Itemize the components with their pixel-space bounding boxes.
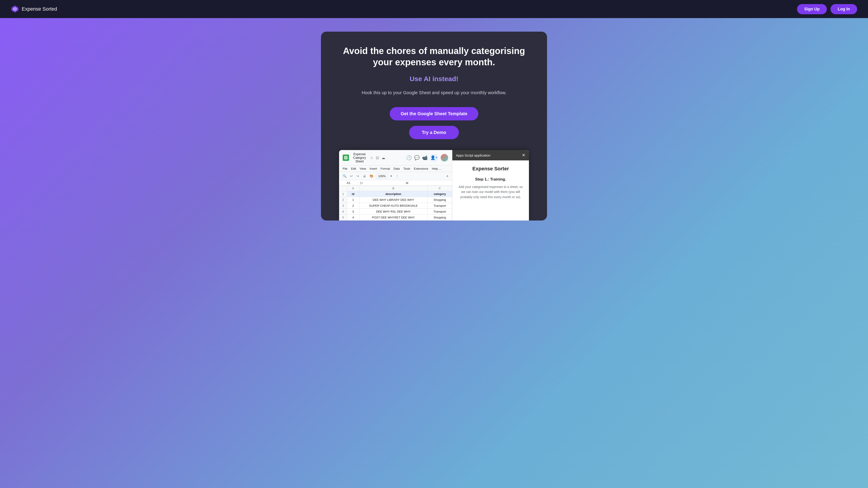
table-row: 1 id description category xyxy=(339,191,452,197)
cell-a1[interactable]: id xyxy=(347,191,359,197)
cell-c2[interactable]: Shopping xyxy=(428,197,452,203)
panel-body: Expense Sorter Step 1.: Training. Add yo… xyxy=(452,160,529,205)
sidebar-panel: Apps Script application ✕ Expense Sorter… xyxy=(452,150,529,221)
cell-reference[interactable]: A1 xyxy=(342,181,355,185)
menu-view[interactable]: View xyxy=(360,167,366,170)
row-num-3: 3 xyxy=(339,203,347,209)
cloud-icon: ☁ xyxy=(381,156,385,160)
brand-name: Expense Sorted xyxy=(22,6,57,12)
col-header-a[interactable]: A xyxy=(347,186,359,191)
formula-row: A1 | ƒx id xyxy=(339,180,452,186)
spreadsheet-table: A B C 1 id description category xyxy=(339,186,452,221)
sheet-right-icons: 🕐 💬 📹 👤+ xyxy=(406,154,448,162)
panel-app-title: Expense Sorter xyxy=(457,166,524,172)
toolbar-row: 🔍 ↩ ↪ 🖨 🎨 100% ▾ ⋮ ∧ xyxy=(339,172,452,180)
menu-bar: File Edit View Insert Format Data Tools … xyxy=(339,166,452,172)
menu-extensions[interactable]: Extensions xyxy=(414,167,428,170)
cell-a3[interactable]: 2 xyxy=(347,203,359,209)
cell-b1[interactable]: description xyxy=(359,191,428,197)
panel-close-button[interactable]: ✕ xyxy=(522,153,525,158)
zoom-level[interactable]: 100% xyxy=(376,174,388,178)
panel-header: Apps Script application ✕ xyxy=(452,150,529,160)
search-toolbar-icon[interactable]: 🔍 xyxy=(342,173,347,179)
menu-help[interactable]: Help ... xyxy=(432,167,441,170)
login-button[interactable]: Log In xyxy=(831,4,857,14)
cell-b2[interactable]: DEE WHY LIBRARY DEE WHY xyxy=(359,197,428,203)
cell-b4[interactable]: DEE WHY RSL DEE WHY xyxy=(359,209,428,215)
sheet-title: Expense Category Sheet xyxy=(352,152,367,163)
cell-c1[interactable]: category xyxy=(428,191,452,197)
menu-format[interactable]: Format xyxy=(381,167,390,170)
comment-icon: 💬 xyxy=(414,155,420,160)
cell-a4[interactable]: 3 xyxy=(347,209,359,215)
main-content: Avoid the chores of manually categorisin… xyxy=(0,18,868,230)
table-row: 5 4 POST DEE WHYRET DEE WHY Shopping xyxy=(339,215,452,221)
svg-rect-4 xyxy=(345,158,347,158)
brand-logo-icon xyxy=(11,5,19,13)
get-template-button[interactable]: Get the Google Sheet Template xyxy=(390,107,478,121)
menu-edit[interactable]: Edit xyxy=(351,167,356,170)
try-demo-button[interactable]: Try a Demo xyxy=(409,126,459,139)
hero-description: Hook this up to your Google Sheet and sp… xyxy=(339,89,529,96)
sheets-icon xyxy=(343,155,349,161)
cell-b5[interactable]: POST DEE WHYRET DEE WHY xyxy=(359,215,428,221)
hero-title: Avoid the chores of manually categorisin… xyxy=(339,45,529,68)
add-user-button[interactable]: 👤+ xyxy=(430,154,438,162)
cell-c5[interactable]: Shopping xyxy=(428,215,452,221)
col-header-b[interactable]: B xyxy=(359,186,428,191)
formula-bar[interactable]: id xyxy=(365,181,450,185)
table-row: 3 2 SUPER CHEAP AUTO BROOKVALE Transport xyxy=(339,203,452,209)
cell-b3[interactable]: SUPER CHEAP AUTO BROOKVALE xyxy=(359,203,428,209)
user-avatar xyxy=(440,154,448,162)
zoom-dropdown-icon[interactable]: ▾ xyxy=(390,173,393,179)
panel-title: Apps Script application xyxy=(456,153,491,157)
table-row: 4 3 DEE WHY RSL DEE WHY Transport xyxy=(339,209,452,215)
col-header-c[interactable]: C xyxy=(428,186,452,191)
cell-a2[interactable]: 1 xyxy=(347,197,359,203)
signup-button[interactable]: Sign Up xyxy=(797,4,827,14)
print-icon[interactable]: 🖨 xyxy=(362,173,367,179)
row-num-4: 4 xyxy=(339,209,347,215)
sheet-top-icons: ☆ ⊡ ☁ xyxy=(370,156,385,160)
spreadsheet-preview: Expense Category Sheet ☆ ⊡ ☁ 🕐 💬 📹 👤+ xyxy=(339,150,529,221)
cell-c4[interactable]: Transport xyxy=(428,209,452,215)
svg-rect-5 xyxy=(345,158,347,159)
menu-insert[interactable]: Insert xyxy=(370,167,377,170)
col-header-row-num xyxy=(339,186,347,191)
undo-icon[interactable]: ↩ xyxy=(349,173,354,179)
svg-rect-3 xyxy=(345,157,347,157)
navbar: Expense Sorted Sign Up Log In xyxy=(0,0,868,18)
sheet-left: Expense Category Sheet ☆ ⊡ ☁ 🕐 💬 📹 👤+ xyxy=(339,150,452,221)
brand: Expense Sorted xyxy=(11,5,57,13)
panel-step-title: Step 1.: Training. xyxy=(457,177,524,182)
folder-icon: ⊡ xyxy=(376,156,379,160)
row-num-2: 2 xyxy=(339,197,347,203)
cell-c3[interactable]: Transport xyxy=(428,203,452,209)
hero-subtitle: Use AI instead! xyxy=(339,75,529,83)
menu-file[interactable]: File xyxy=(343,167,347,170)
paint-format-icon[interactable]: 🎨 xyxy=(369,173,374,179)
panel-step-description: Add your categorised expenses to a sheet… xyxy=(457,184,524,199)
menu-tools[interactable]: Tools xyxy=(403,167,410,170)
row-num-1: 1 xyxy=(339,191,347,197)
history-icon: 🕐 xyxy=(406,155,412,160)
collapse-icon[interactable]: ∧ xyxy=(445,173,450,179)
hero-card: Avoid the chores of manually categorisin… xyxy=(321,32,547,221)
menu-data[interactable]: Data xyxy=(394,167,400,170)
star-icon: ☆ xyxy=(370,156,373,160)
table-row: 2 1 DEE WHY LIBRARY DEE WHY Shopping xyxy=(339,197,452,203)
row-num-5: 5 xyxy=(339,215,347,221)
redo-icon[interactable]: ↪ xyxy=(355,173,360,179)
cell-a5[interactable]: 4 xyxy=(347,215,359,221)
video-icon: 📹 xyxy=(422,155,428,160)
sheet-header-bar: Expense Category Sheet ☆ ⊡ ☁ 🕐 💬 📹 👤+ xyxy=(339,150,452,166)
more-options-icon[interactable]: ⋮ xyxy=(395,173,400,179)
navbar-actions: Sign Up Log In xyxy=(797,4,857,14)
